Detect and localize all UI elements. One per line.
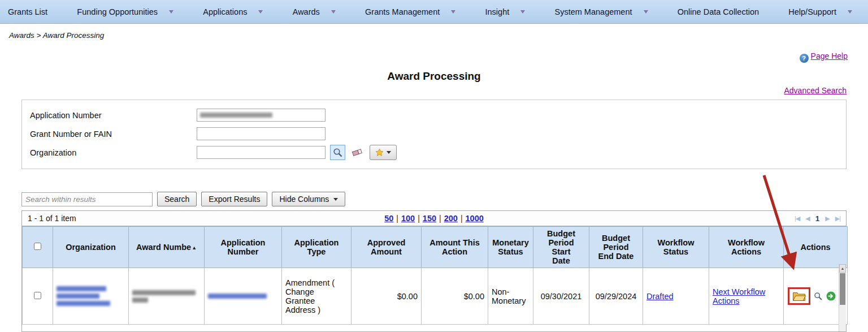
sort-ascending-icon: ▲: [192, 245, 197, 251]
grant-number-label: Grant Number or FAIN: [30, 130, 197, 139]
eraser-icon: [351, 148, 363, 157]
results-count: 1 - 1 of 1 item: [28, 214, 76, 223]
results-toolbar: Search Export Results Hide Columns: [21, 192, 847, 206]
nav-item-awards[interactable]: Awards: [293, 7, 336, 16]
page-size-150[interactable]: 150: [423, 214, 436, 223]
column-header-amount-this-action[interactable]: Amount This Action: [422, 227, 488, 268]
search-button[interactable]: Search: [157, 192, 197, 206]
organization-label: Organization: [30, 148, 197, 157]
separator: |: [418, 214, 420, 223]
separator: |: [461, 214, 463, 223]
column-header-application-number[interactable]: Application Number: [205, 227, 282, 268]
first-page-icon[interactable]: |◀: [795, 215, 800, 222]
nav-item-online-data-collection[interactable]: Online Data Collection: [678, 7, 759, 16]
select-all-header: [23, 227, 53, 268]
redacted-value: [57, 286, 106, 291]
nav-item-label: Awards: [293, 7, 320, 16]
application-number-input[interactable]: [197, 109, 326, 122]
star-icon: [375, 148, 384, 157]
row-checkbox[interactable]: [34, 292, 41, 299]
organization-field-row: Organization: [22, 143, 846, 162]
pagination-bar: 1 - 1 of 1 item 50|100|150|200|1000 |◀ ◀…: [22, 211, 846, 226]
organization-search-button[interactable]: [330, 145, 345, 160]
column-header-budget-end[interactable]: Budget Period End Date: [589, 227, 643, 268]
title-row: Award Processing Advanced Search: [0, 70, 868, 95]
chevron-down-icon[interactable]: [169, 10, 173, 14]
workflow-status-cell: Drafted: [643, 268, 709, 325]
hide-columns-button[interactable]: Hide Columns: [272, 192, 345, 206]
page-help-link[interactable]: ?Page Help: [800, 51, 848, 61]
search-within-results-input[interactable]: [21, 192, 153, 206]
nav-item-system-management[interactable]: System Management: [554, 7, 648, 16]
nav-item-help-support[interactable]: Help/Support: [788, 7, 852, 16]
help-icon: ?: [800, 54, 809, 63]
page-size-200[interactable]: 200: [444, 214, 458, 223]
results-table: Organization Award Numbe▲ Application Nu…: [22, 226, 848, 325]
column-header-workflow-status[interactable]: Workflow Status: [643, 227, 709, 268]
pager: |◀ ◀ 1 ▶ ▶|: [795, 214, 840, 223]
advanced-search-link[interactable]: Advanced Search: [784, 86, 847, 95]
nav-item-applications[interactable]: Applications: [203, 7, 263, 16]
organization-link[interactable]: [57, 286, 125, 306]
select-all-checkbox[interactable]: [34, 243, 41, 250]
table-scrollbar[interactable]: ▲: [839, 264, 846, 331]
column-header-monetary-status[interactable]: Monetary Status: [488, 227, 533, 268]
organization-cell: [53, 268, 129, 325]
page-size-100[interactable]: 100: [401, 214, 415, 223]
chevron-down-icon[interactable]: [258, 10, 263, 14]
column-header-organization[interactable]: Organization: [53, 227, 129, 268]
view-details-button[interactable]: [814, 292, 823, 301]
scrollbar-thumb[interactable]: [840, 273, 845, 305]
chevron-down-icon[interactable]: [644, 10, 648, 14]
page-size-1000[interactable]: 1000: [466, 214, 484, 223]
redacted-value: [132, 297, 148, 303]
organization-input[interactable]: [197, 146, 326, 159]
scroll-up-icon[interactable]: ▲: [839, 264, 846, 273]
nav-item-grants-management[interactable]: Grants Management: [365, 7, 455, 16]
folder-icon: [792, 291, 806, 301]
column-header-application-type[interactable]: Application Type: [282, 227, 351, 268]
page-help-label: Page Help: [811, 51, 848, 61]
workflow-status-link[interactable]: Drafted: [646, 292, 674, 301]
magnifier-icon: [814, 292, 823, 301]
column-header-award-number[interactable]: Award Numbe▲: [129, 227, 205, 268]
budget-start-cell: 09/30/2021: [533, 268, 589, 325]
nav-item-label: System Management: [554, 7, 632, 16]
top-nav: Grants List Funding Opportunities Applic…: [0, 0, 868, 24]
column-header-workflow-actions[interactable]: Workflow Actions: [709, 227, 784, 268]
nav-item-grants-list[interactable]: Grants List: [8, 7, 47, 16]
nav-item-label: Applications: [203, 7, 247, 16]
actions-cell: [784, 268, 848, 325]
application-number-label: Application Number: [30, 111, 197, 120]
chevron-down-icon[interactable]: [520, 10, 525, 14]
amount-this-action-cell: $0.00: [422, 268, 488, 325]
hide-columns-label: Hide Columns: [279, 195, 329, 204]
redacted-value: [200, 113, 272, 118]
chevron-down-icon: [333, 198, 338, 201]
next-workflow-actions-link[interactable]: Next Workflow Actions: [713, 287, 765, 305]
nav-item-label: Help/Support: [788, 7, 836, 16]
last-page-icon[interactable]: ▶|: [835, 215, 840, 222]
go-button[interactable]: [826, 291, 836, 301]
clear-field-button[interactable]: [350, 145, 365, 160]
page-size-50[interactable]: 50: [384, 214, 393, 223]
column-header-approved-amount[interactable]: Approved Amount: [351, 227, 422, 268]
page-size-links: 50|100|150|200|1000: [22, 214, 846, 223]
magnifier-icon: [333, 148, 343, 158]
nav-item-insight[interactable]: Insight: [485, 7, 526, 16]
grant-number-input[interactable]: [197, 127, 326, 140]
nav-item-funding-opportunities[interactable]: Funding Opportunities: [77, 7, 173, 16]
annotation-highlight-box: [788, 287, 810, 305]
chevron-down-icon[interactable]: [451, 10, 455, 14]
next-page-icon[interactable]: ▶: [825, 215, 829, 222]
chevron-down-icon[interactable]: [848, 10, 852, 14]
favorites-dropdown-button[interactable]: [370, 145, 397, 160]
application-number-link[interactable]: [208, 294, 278, 299]
column-header-budget-start[interactable]: Budget Period Start Date: [533, 227, 589, 268]
export-results-button[interactable]: Export Results: [201, 192, 267, 206]
chevron-down-icon[interactable]: [331, 10, 336, 14]
open-folder-button[interactable]: [792, 291, 806, 301]
prev-page-icon[interactable]: ◀: [805, 215, 809, 222]
column-header-actions: Actions: [784, 227, 848, 268]
breadcrumb: Awards > Award Processing: [9, 31, 868, 40]
